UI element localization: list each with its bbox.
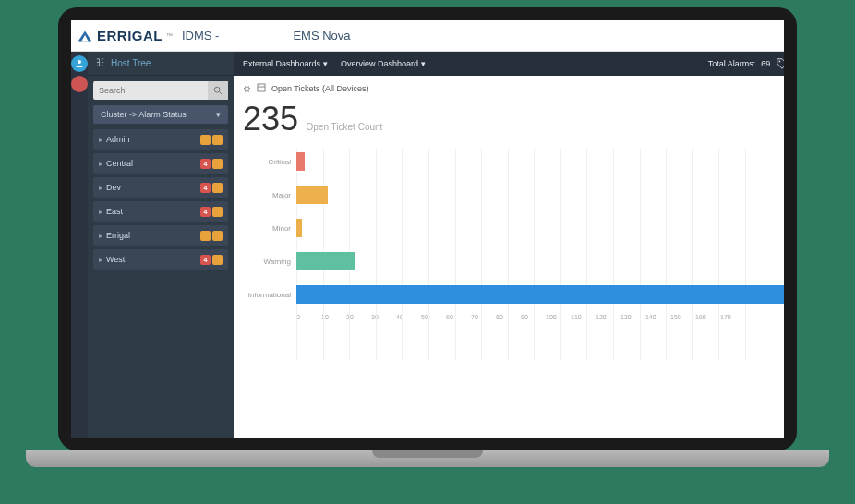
search-icon xyxy=(213,86,223,95)
chart-category-label: Critical xyxy=(243,158,296,166)
search-box xyxy=(93,81,228,100)
x-tick: 40 xyxy=(396,314,421,320)
tree-icon xyxy=(95,57,105,69)
chevron-down-icon: ▾ xyxy=(216,110,221,119)
tree-list: ▸Admin▸Central4▸Dev4▸East4▸Errigal▸West4 xyxy=(88,129,234,270)
laptop-bezel: ERRIGAL ™ IDMS - EMS Nova xyxy=(58,7,797,450)
badge-major xyxy=(200,135,211,145)
tree-item-central[interactable]: ▸Central4 xyxy=(93,153,228,174)
caret-icon: ▸ xyxy=(99,232,102,240)
badge-critical: 4 xyxy=(200,183,211,193)
tree-item-label: Admin xyxy=(106,135,130,144)
rail-avatar-1[interactable] xyxy=(71,55,88,72)
svg-line-4 xyxy=(220,92,223,95)
tree-item-east[interactable]: ▸East4 xyxy=(93,201,228,222)
brand-logo[interactable]: ERRIGAL ™ xyxy=(77,28,173,44)
nav-item-label: Overview Dashboard xyxy=(341,59,418,68)
x-tick: 150 xyxy=(670,314,695,320)
tree-item-label: East xyxy=(106,207,123,216)
sidebar: Host Tree Cluster -> Alarm Status ▾ xyxy=(88,52,234,438)
app-name: IDMS - xyxy=(182,29,219,42)
chart-bar[interactable] xyxy=(296,152,305,171)
widget-icon xyxy=(257,83,266,94)
nav-item[interactable]: Overview Dashboard▾ xyxy=(341,59,426,68)
nav-item[interactable]: External Dashboards▾ xyxy=(243,59,328,68)
x-tick: 0 xyxy=(296,314,321,320)
badge-minor xyxy=(212,135,223,145)
chart-row: Major xyxy=(243,181,784,209)
chart-bar[interactable] xyxy=(296,252,355,270)
caret-icon: ▸ xyxy=(99,136,102,144)
x-tick: 170 xyxy=(720,314,745,320)
panel: ⚙ Open Tickets (All Devices) 235 Open Ti… xyxy=(234,76,784,438)
cluster-dropdown[interactable]: Cluster -> Alarm Status ▾ xyxy=(93,105,228,124)
chart-bar[interactable] xyxy=(296,219,302,237)
tree-item-admin[interactable]: ▸Admin xyxy=(93,129,228,150)
ticket-count-label: Open Ticket Count xyxy=(307,122,383,132)
gear-icon[interactable]: ⚙ xyxy=(243,84,251,94)
chart-category-label: Minor xyxy=(243,224,296,233)
search-input[interactable] xyxy=(93,81,208,100)
panel-title: Open Tickets (All Devices) xyxy=(271,84,369,93)
ticket-count: 235 xyxy=(243,100,298,138)
x-tick: 120 xyxy=(596,314,620,320)
x-tick: 130 xyxy=(620,314,645,320)
laptop-notch xyxy=(372,450,483,458)
chart-row: Warning xyxy=(243,247,784,275)
chart-bar[interactable] xyxy=(296,285,784,304)
tree-item-label: Dev xyxy=(106,183,121,192)
chart-category-label: Major xyxy=(243,191,296,199)
caret-icon: ▸ xyxy=(99,160,102,168)
chart-category-label: Informational xyxy=(243,291,296,299)
tree-item-dev[interactable]: ▸Dev4 xyxy=(93,177,228,198)
chart-bar[interactable] xyxy=(296,186,328,204)
badge-critical: 4 xyxy=(200,159,211,169)
badge-major xyxy=(212,207,223,217)
badge-major xyxy=(212,255,223,265)
x-tick: 90 xyxy=(521,314,546,320)
x-tick: 30 xyxy=(371,314,396,320)
total-alarms-value: 69 xyxy=(761,59,770,68)
brand-tm: ™ xyxy=(166,32,173,39)
chart-category-label: Warning xyxy=(243,258,296,266)
cluster-label: Cluster -> Alarm Status xyxy=(101,110,187,119)
left-rail xyxy=(71,52,88,438)
brand-name: ERRIGAL xyxy=(97,28,163,43)
bar-chart: CriticalMajorMinorWarningInformational 0… xyxy=(243,148,784,378)
page-title: EMS Nova xyxy=(293,29,350,42)
laptop-base xyxy=(26,450,829,467)
logo-mark-icon xyxy=(77,28,93,44)
svg-point-5 xyxy=(779,61,781,63)
sidebar-header: Host Tree xyxy=(88,52,234,76)
x-tick: 20 xyxy=(346,314,371,320)
x-tick: 160 xyxy=(695,314,720,320)
laptop-frame: ERRIGAL ™ IDMS - EMS Nova xyxy=(26,7,829,497)
user-icon xyxy=(75,59,84,68)
badge-major xyxy=(212,159,223,169)
x-tick: 80 xyxy=(496,314,521,320)
x-tick: 100 xyxy=(546,314,571,320)
svg-rect-6 xyxy=(258,84,265,91)
badge-minor xyxy=(212,231,223,241)
x-tick: 110 xyxy=(571,314,596,320)
svg-point-2 xyxy=(78,60,81,64)
tree-item-west[interactable]: ▸West4 xyxy=(93,249,228,270)
total-alarms: Total Alarms: 69 xyxy=(708,57,784,70)
tree-item-errigal[interactable]: ▸Errigal xyxy=(93,225,228,246)
rail-avatar-2[interactable] xyxy=(71,76,88,92)
nav-item-label: External Dashboards xyxy=(243,59,320,68)
chart-row: Minor xyxy=(243,214,784,242)
topbar: ERRIGAL ™ IDMS - EMS Nova xyxy=(71,20,784,52)
x-axis: 0102030405060708090100110120130140150160… xyxy=(296,314,784,320)
search-button[interactable] xyxy=(208,81,228,100)
caret-icon: ▸ xyxy=(99,184,102,192)
dashboard-navbar: External Dashboards▾Overview Dashboard▾ … xyxy=(234,52,784,76)
badge-major xyxy=(200,231,211,241)
chart-row: Informational xyxy=(243,281,784,308)
sidebar-title: Host Tree xyxy=(111,58,151,68)
panel-header: ⚙ Open Tickets (All Devices) xyxy=(243,83,784,94)
x-tick: 10 xyxy=(321,314,346,320)
caret-icon: ▸ xyxy=(99,256,102,264)
badge-major xyxy=(212,183,223,193)
tree-item-label: Central xyxy=(106,159,133,168)
